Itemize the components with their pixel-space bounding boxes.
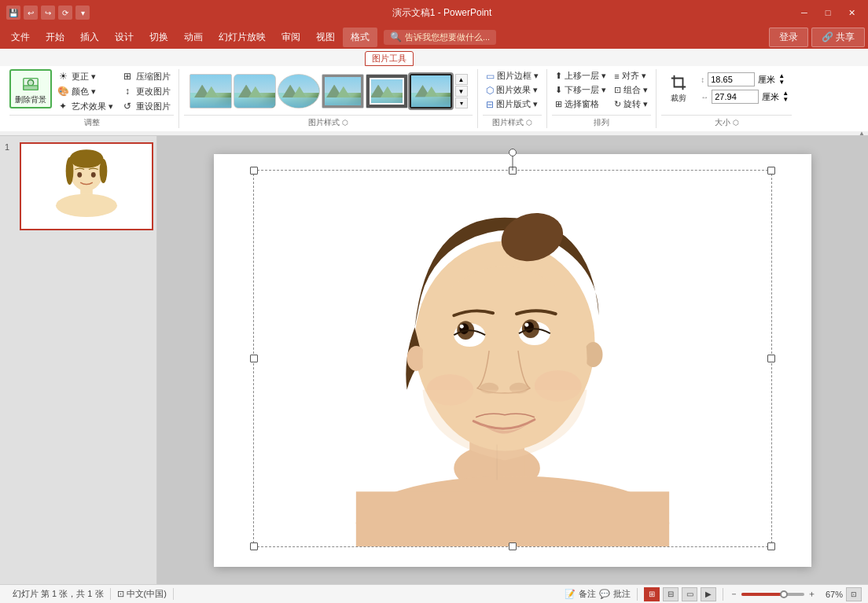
gallery-down-button[interactable]: ▼: [455, 86, 468, 97]
picture-border-button[interactable]: ▭ 图片边框 ▾: [483, 69, 542, 83]
svg-point-29: [524, 322, 528, 326]
menu-item-file[interactable]: 文件: [3, 28, 38, 47]
minimize-button[interactable]: ─: [794, 5, 815, 20]
arrange-group-label: 排列: [552, 115, 651, 128]
frame-group-label: 图片样式 ⬡: [483, 115, 542, 128]
fit-window-button[interactable]: ⊡: [846, 587, 862, 601]
style-gallery: [188, 72, 454, 110]
slide-thumb-image: [24, 147, 149, 226]
zoom-minus-button[interactable]: －: [730, 588, 738, 600]
gallery-up-button[interactable]: ▲: [455, 74, 468, 85]
style-1[interactable]: [189, 74, 232, 108]
rotate-handle[interactable]: [509, 149, 517, 156]
fix-button[interactable]: ☀ 更正 ▾: [53, 69, 116, 83]
frame-group-content: ▭ 图片边框 ▾ ⬡ 图片效果 ▾ ⊟ 图片版式 ▾: [483, 69, 542, 113]
layout-label: 图片版式 ▾: [496, 98, 538, 110]
repeat-icon[interactable]: ⟳: [58, 6, 72, 20]
comments-label[interactable]: 批注: [613, 588, 631, 600]
remove-background-button[interactable]: 删除背景: [9, 69, 52, 108]
handle-bottom-center[interactable]: [509, 542, 517, 550]
change-img-button[interactable]: ↕ 更改图片: [118, 84, 174, 98]
menu-item-home[interactable]: 开始: [38, 28, 72, 47]
menu-item-review[interactable]: 审阅: [274, 28, 308, 47]
up-label: 上移一层 ▾: [565, 70, 606, 82]
selection-pane-button[interactable]: ⊞ 选择窗格: [552, 97, 609, 111]
slide-canvas[interactable]: [214, 154, 811, 567]
send-backward-button[interactable]: ⬇ 下移一层 ▾: [552, 83, 609, 97]
redo-icon[interactable]: ↪: [41, 6, 55, 20]
handle-top-left[interactable]: [250, 167, 258, 175]
compress-button[interactable]: ⊞ 压缩图片: [118, 69, 174, 83]
style-group-content: ▲ ▼ ▾: [188, 69, 469, 113]
zoom-level[interactable]: 67%: [819, 590, 843, 599]
reset-img-button[interactable]: ↺ 重设图片: [118, 99, 174, 113]
undo-icon[interactable]: ↩: [24, 6, 38, 20]
ribbon-group-crop: 裁剪 ↕ 厘米 ▲ ▼ ↔ 厘米 ▲: [657, 69, 796, 128]
menu-item-transition[interactable]: 切换: [142, 28, 176, 47]
color-button[interactable]: 🎨 颜色 ▾: [53, 84, 116, 98]
handle-bottom-left[interactable]: [250, 542, 258, 550]
title-bar: 💾 ↩ ↪ ⟳ ▾ 演示文稿1 - PowerPoint ─ □ ✕: [0, 0, 868, 25]
height-down-button[interactable]: ▼: [778, 79, 785, 86]
style-4[interactable]: [322, 74, 364, 108]
login-button[interactable]: 登录: [769, 28, 808, 47]
layout-icon: ⊟: [486, 99, 494, 110]
align-label: 对齐 ▾: [622, 70, 646, 82]
picture-layout-button[interactable]: ⊟ 图片版式 ▾: [483, 97, 542, 111]
reading-view-button[interactable]: ▭: [682, 587, 697, 601]
group-button[interactable]: ⊡ 组合 ▾: [611, 83, 651, 97]
height-input[interactable]: [708, 72, 755, 86]
style-2[interactable]: [234, 74, 276, 108]
menu-item-insert[interactable]: 插入: [72, 28, 107, 47]
share-button[interactable]: 🔗 共享: [811, 28, 865, 47]
slideshow-view-button[interactable]: ▶: [701, 587, 716, 601]
zoom-plus-button[interactable]: ＋: [807, 588, 816, 600]
compress-label: 压缩图片: [136, 71, 171, 83]
outline-view-button[interactable]: ⊟: [663, 587, 679, 601]
gallery-expand-button[interactable]: ▾: [455, 97, 468, 108]
height-unit-icon: ↕: [701, 75, 704, 84]
rotate-button[interactable]: ↻ 旋转 ▾: [611, 97, 651, 111]
title-bar-left: 💾 ↩ ↪ ⟳ ▾: [6, 6, 90, 20]
handle-middle-right[interactable]: [767, 355, 775, 362]
style-6[interactable]: [410, 74, 452, 108]
maximize-button[interactable]: □: [818, 5, 838, 20]
crop-button[interactable]: 裁剪: [661, 69, 696, 105]
border-label: 图片边框 ▾: [497, 70, 539, 82]
bring-forward-button[interactable]: ⬆ 上移一层 ▾: [552, 69, 609, 83]
width-unit-icon: ↔: [701, 93, 708, 101]
save-icon[interactable]: 💾: [6, 6, 20, 20]
normal-view-button[interactable]: ⊞: [644, 587, 660, 601]
sun-icon: ☀: [57, 70, 69, 83]
notes-icon: 📝: [565, 589, 576, 599]
view-separator: [637, 588, 638, 601]
notes-label[interactable]: 备注: [579, 588, 596, 600]
zoom-slider[interactable]: [741, 593, 804, 596]
picture-effect-button[interactable]: ⬡ 图片效果 ▾: [483, 83, 542, 97]
slide-panel: 1 ↑: [0, 136, 157, 584]
svg-point-9: [55, 194, 116, 217]
style-5[interactable]: [366, 74, 408, 108]
art-effect-button[interactable]: ✦ 艺术效果 ▾: [53, 99, 116, 113]
handle-top-right[interactable]: [767, 167, 775, 175]
search-hint[interactable]: 告诉我您想要做什么...: [405, 31, 490, 43]
width-input[interactable]: [712, 90, 759, 104]
search-icon: 🔍: [390, 31, 402, 42]
customize-icon[interactable]: ▾: [75, 6, 90, 20]
menu-item-design[interactable]: 设计: [107, 28, 142, 47]
close-button[interactable]: ✕: [841, 5, 862, 20]
width-down-button[interactable]: ▼: [782, 97, 789, 103]
arrange-btns-1: ⬆ 上移一层 ▾ ⬇ 下移一层 ▾ ⊞ 选择窗格: [552, 69, 609, 111]
align-button[interactable]: ≡ 对齐 ▾: [611, 69, 651, 83]
menu-item-view[interactable]: 视图: [308, 28, 343, 47]
selected-image-container[interactable]: [253, 170, 772, 547]
color-label: 颜色 ▾: [72, 86, 96, 97]
menu-item-format[interactable]: 格式: [343, 28, 377, 47]
slide-thumbnail-1[interactable]: ↑: [20, 142, 153, 230]
handle-middle-left[interactable]: [250, 355, 258, 362]
height-unit: 厘米: [758, 74, 775, 86]
handle-bottom-right[interactable]: [767, 542, 775, 550]
menu-item-animation[interactable]: 动画: [176, 28, 211, 47]
style-3[interactable]: [278, 74, 320, 108]
menu-item-slideshow[interactable]: 幻灯片放映: [211, 28, 274, 47]
